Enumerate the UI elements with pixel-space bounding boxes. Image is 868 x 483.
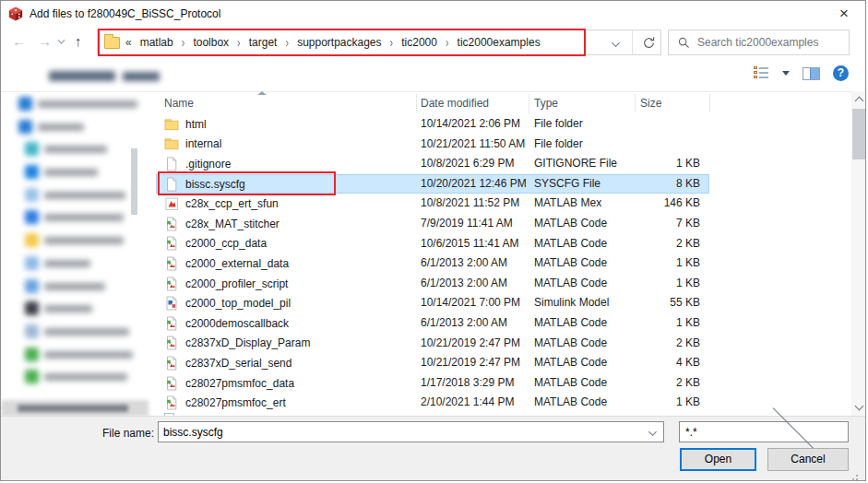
new-folder-button-redacted[interactable]: [123, 72, 160, 81]
details-view-icon[interactable]: [754, 66, 769, 80]
sidebar-item-label-redacted: [44, 351, 133, 359]
column-header-type[interactable]: Type: [534, 97, 558, 110]
file-row-c2837xD_serial_send[interactable]: c2837xD_serial_send10/21/2019 2:47 PMMAT…: [156, 353, 709, 373]
file-date-modified: 10/8/2021 11:52 PM: [421, 196, 519, 209]
sidebar-item-icon: [25, 348, 39, 361]
file-name: c28x_ccp_ert_sfun: [185, 197, 279, 210]
close-icon[interactable]: ×: [830, 3, 858, 25]
file-name: c2000demoscallback: [185, 317, 289, 330]
file-row-c28027pmsmfoc_ert[interactable]: c28027pmsmfoc_ert2/10/2021 1:44 PMMATLAB…: [156, 393, 709, 413]
matlab-code-icon: [164, 256, 179, 271]
sidebar-item-redacted[interactable]: [1, 253, 155, 276]
breadcrumb-item-supportpackages[interactable]: supportpackages: [297, 36, 381, 49]
file-type-combo[interactable]: *.*: [679, 421, 849, 442]
sidebar-item-icon: [25, 210, 39, 224]
file-type: MATLAB Code: [534, 237, 607, 250]
sidebar-item-icon: [25, 142, 39, 156]
file-row-c2000_ccp_data[interactable]: c2000_ccp_data10/6/2015 11:41 AMMATLAB C…: [156, 234, 709, 254]
sidebar-item-icon: [25, 301, 39, 315]
scroll-down-icon[interactable]: [855, 402, 864, 411]
sidebar-item-redacted[interactable]: [1, 276, 155, 299]
sidebar-item-redacted[interactable]: [1, 230, 155, 253]
column-header-size[interactable]: Size: [640, 97, 661, 110]
help-icon[interactable]: ?: [833, 65, 849, 81]
matlab-code-icon: [164, 376, 179, 391]
file-row-html[interactable]: html10/14/2021 2:06 PMFile folder: [156, 114, 709, 135]
file-row-.gitignore[interactable]: .gitignore10/8/2021 6:29 PMGITIGNORE Fil…: [156, 154, 709, 174]
sidebar-item-redacted[interactable]: [1, 344, 155, 367]
breadcrumb-item-target[interactable]: target: [249, 36, 278, 49]
file-type: MATLAB Code: [534, 277, 607, 289]
view-dropdown-caret-icon[interactable]: [782, 71, 790, 76]
breadcrumb-separator-icon: ›: [237, 35, 241, 50]
file-date-modified: 10/21/2019 2:47 PM: [421, 336, 520, 349]
file-type: File folder: [534, 117, 583, 130]
file-date-modified: 2/10/2021 1:44 PM: [421, 395, 514, 408]
organize-button-redacted[interactable]: [49, 71, 115, 81]
sidebar-item-redacted[interactable]: [1, 298, 155, 321]
sidebar-item-redacted[interactable]: [1, 93, 155, 116]
sidebar-item-redacted[interactable]: [1, 366, 155, 389]
breadcrumb-item-tic2000examples[interactable]: tic2000examples: [458, 36, 541, 49]
breadcrumb-item-matlab[interactable]: matlab: [140, 36, 173, 49]
file-date-modified: 6/1/2013 2:00 AM: [421, 316, 507, 329]
list-scrollbar[interactable]: [851, 91, 866, 416]
column-header-date-modified[interactable]: Date modified: [421, 97, 489, 110]
matlab-code-icon: [164, 277, 179, 291]
sidebar-item-label-redacted: [44, 214, 124, 221]
scrollbar-thumb[interactable]: [852, 109, 866, 159]
file-row-c28x_ccp_ert_sfun[interactable]: c28x_ccp_ert_sfun10/8/2021 11:52 PMMATLA…: [156, 194, 709, 214]
file-size: 8 KB: [612, 177, 700, 190]
forward-arrow-icon[interactable]: →: [38, 32, 52, 51]
cancel-button[interactable]: Cancel: [767, 448, 849, 471]
file-row-c28x_MAT_stitcher[interactable]: c28x_MAT_stitcher7/9/2019 11:41 AMMATLAB…: [156, 214, 709, 234]
up-arrow-icon[interactable]: ↑: [75, 32, 82, 51]
address-bar[interactable]: « matlab›toolbox›target›supportpackages›…: [97, 29, 661, 55]
back-arrow-icon[interactable]: ←: [12, 32, 26, 51]
resize-grip[interactable]: [856, 475, 858, 477]
folder-icon: [164, 136, 179, 151]
breadcrumb-separator-icon: ›: [182, 35, 185, 50]
column-header-name[interactable]: Name: [164, 97, 194, 110]
file-size: 1 KB: [612, 157, 700, 170]
file-row-c2000_top_model_pil[interactable]: c2000_top_model_pil10/14/2021 7:00 PMSim…: [156, 293, 709, 313]
window-title: Add files to f280049C_BiSSC_Protocol: [30, 7, 220, 20]
file-size: 1 KB: [612, 395, 700, 408]
file-size: 2 KB: [612, 237, 700, 250]
breadcrumb-item-tic2000[interactable]: tic2000: [401, 36, 437, 49]
file-row-c2000demoscallback[interactable]: c2000demoscallback6/1/2013 2:00 AMMATLAB…: [156, 313, 709, 334]
file-type: MATLAB Code: [534, 356, 607, 369]
sidebar-scrollbar-thumb[interactable]: [131, 148, 137, 215]
file-name-combo[interactable]: [158, 421, 664, 442]
sidebar-item-redacted[interactable]: [1, 116, 155, 139]
file-size: 7 KB: [612, 217, 700, 230]
sidebar-item-label-redacted: [44, 328, 129, 336]
search-box[interactable]: [668, 29, 850, 55]
simulink-model-icon: [164, 296, 179, 311]
file-row-internal[interactable]: internal10/21/2021 11:50 AMFile folder: [156, 135, 709, 155]
file-date-modified: 10/14/2021 2:06 PM: [421, 117, 520, 130]
address-dropdown-chevron-icon[interactable]: [612, 39, 620, 47]
open-button[interactable]: Open: [680, 448, 756, 471]
file-size: 2 KB: [612, 336, 700, 349]
file-name-input[interactable]: [159, 426, 649, 439]
file-row-c2000_external_data[interactable]: c2000_external_data6/1/2013 2:00 AMMATLA…: [156, 253, 709, 274]
sidebar-item-redacted[interactable]: [1, 321, 155, 344]
file-size: 1 KB: [612, 277, 700, 289]
file-row-c2000_profiler_script[interactable]: c2000_profiler_script6/1/2013 2:00 AMMAT…: [156, 274, 709, 294]
recent-locations-chevron-icon[interactable]: [58, 37, 65, 44]
refresh-icon[interactable]: [638, 32, 659, 53]
file-name: c2837xD_Display_Param: [185, 336, 310, 349]
file-row-bissc.syscfg[interactable]: bissc.syscfg10/20/2021 12:46 PMSYSCFG Fi…: [156, 174, 709, 194]
folder-icon: [104, 37, 120, 49]
file-row-c28027pmsmfoc_data[interactable]: c28027pmsmfoc_data1/17/2018 3:29 PMMATLA…: [156, 373, 709, 394]
scroll-up-icon[interactable]: [855, 97, 864, 106]
sidebar-selected-item-redacted[interactable]: [1, 400, 149, 416]
dialog-footer: File name: *.* Open Cancel: [1, 416, 865, 481]
breadcrumb-item-toolbox[interactable]: toolbox: [193, 36, 229, 49]
filename-combo-chevron-icon[interactable]: [648, 428, 657, 436]
file-row-c2837xD_Display_Param[interactable]: c2837xD_Display_Param10/21/2019 2:47 PMM…: [156, 334, 709, 354]
matlab-code-icon: [164, 236, 179, 251]
preview-pane-icon[interactable]: [803, 67, 820, 80]
search-input[interactable]: [697, 36, 849, 49]
